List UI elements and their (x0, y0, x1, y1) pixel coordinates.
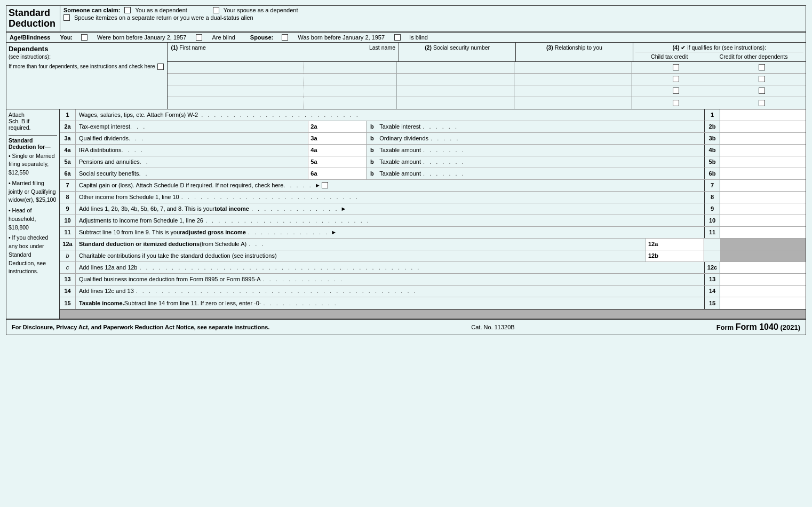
dep4-child-credit-checkbox[interactable] (673, 100, 679, 106)
line-7-num: 7 (60, 180, 76, 191)
dep3-lastname[interactable] (306, 86, 394, 93)
line-9-input[interactable] (720, 203, 806, 215)
line-6a-input[interactable]: 6a (308, 168, 367, 179)
dep1-other-credit-checkbox[interactable] (759, 64, 765, 70)
line-4a-input[interactable]: 4a (308, 145, 367, 156)
more-than-four-checkbox[interactable] (157, 64, 164, 70)
dep-col4-header: (4) ✔ if qualifies for (see instructions… (633, 43, 806, 61)
dep2-firstname[interactable] (169, 75, 302, 81)
spouse-as-dependent-label: Your spouse as a dependent (224, 7, 298, 13)
dep-row-2 (168, 74, 806, 85)
line-11-right-num: 11 (704, 227, 720, 238)
line-8-row: 8 Other income from Schedule 1, line 10 … (60, 192, 806, 203)
dep1-child-credit-checkbox[interactable] (673, 64, 679, 70)
line-5a-input[interactable]: 5a (308, 156, 367, 168)
dep4-lastname[interactable] (306, 98, 394, 105)
line-9-num: 9 (60, 203, 76, 215)
standard-deduction-options: Someone can claim: You as a dependent Yo… (60, 6, 806, 31)
line-3b-right-num: 3b (704, 133, 720, 144)
line-3a-desc: Qualified dividends . . . (76, 133, 308, 144)
dep4-relationship[interactable] (516, 98, 630, 105)
spouse-itemizes-checkbox[interactable] (63, 14, 70, 21)
born-before-1957-spouse-checkbox[interactable] (282, 34, 288, 41)
dep2-lastname[interactable] (306, 75, 394, 81)
born-before-1957-you-label: Were born before January 2, 1957 (97, 34, 186, 41)
are-blind-checkbox[interactable] (196, 34, 202, 41)
line-10-right-num: 10 (704, 215, 720, 226)
line-1-input[interactable] (720, 109, 806, 121)
dep2-ssn[interactable] (398, 75, 512, 81)
dep4-other-credit-checkbox[interactable] (759, 100, 765, 106)
is-blind-checkbox[interactable] (394, 34, 401, 41)
is-blind-label: Is blind (409, 34, 428, 41)
dep4-ssn[interactable] (398, 98, 512, 105)
dep1-relationship[interactable] (516, 63, 630, 69)
line-5a-desc: Pensions and annuities . . (76, 156, 308, 168)
line-4a-desc: IRA distributions . . . . (76, 145, 308, 156)
line-4b-label: b (367, 145, 377, 156)
dep1-lastname[interactable] (306, 63, 394, 69)
line-3a-input[interactable]: 3a (308, 133, 367, 144)
line-2b-right-num: 2b (704, 121, 720, 132)
line-9-desc: Add lines 1, 2b, 3b, 4b, 5b, 6b, 7, and … (76, 203, 704, 215)
dep2-child-credit-checkbox[interactable] (673, 76, 679, 82)
line-8-input[interactable] (720, 192, 806, 203)
born-before-1957-spouse-label: Was born before January 2, 1957 (298, 34, 385, 41)
footer-form-name: Form Form 1040 (2021) (717, 322, 800, 332)
line-2b-label: b (367, 121, 377, 132)
line-6b-input[interactable] (720, 168, 806, 179)
line-3b-label: b (367, 133, 377, 144)
dep2-other-credit-checkbox[interactable] (759, 76, 765, 82)
dep3-ssn[interactable] (398, 86, 512, 93)
line-12c-desc: Add lines 12a and 12b . . . . . . . . . … (76, 262, 704, 273)
dep3-other-credit-checkbox[interactable] (759, 88, 765, 94)
line-12b-right-num (704, 250, 720, 262)
dep1-firstname[interactable] (169, 63, 302, 69)
dep2-relationship[interactable] (516, 75, 630, 81)
line-10-input[interactable] (720, 215, 806, 226)
line-13-desc: Qualified business income deduction from… (76, 274, 704, 285)
line-12b-input[interactable]: 12b (646, 250, 704, 262)
line-1-desc: Wages, salaries, tips, etc. Attach Form(… (76, 109, 704, 121)
line-2-row: 2a Tax-exempt interest . . . 2a b Taxabl… (60, 121, 806, 133)
dep4-firstname[interactable] (169, 98, 302, 105)
line-7-input[interactable] (720, 180, 806, 191)
born-before-1957-you-checkbox[interactable] (81, 34, 87, 41)
line-12a-input[interactable]: 12a (646, 239, 704, 250)
line-12c-input[interactable] (720, 262, 806, 273)
line-6a-num: 6a (60, 168, 76, 179)
line-4b-input[interactable] (720, 145, 806, 156)
spouse-label: Spouse: (250, 34, 273, 41)
line-5b-input[interactable] (720, 156, 806, 168)
line-12a-row: 12a Standard deduction or itemized deduc… (60, 239, 806, 250)
line-12b-row: b Charitable contributions if you take t… (60, 250, 806, 262)
dep1-ssn[interactable] (398, 63, 512, 69)
dep3-firstname[interactable] (169, 86, 302, 93)
line-14-input[interactable] (720, 286, 806, 297)
line-2b-input[interactable] (720, 121, 806, 132)
line-10-num: 10 (60, 215, 76, 226)
line-13-right-num: 13 (704, 274, 720, 285)
line-3a-num: 3a (60, 133, 76, 144)
line-3b-input[interactable] (720, 133, 806, 144)
footer-cat-no: Cat. No. 11320B (471, 324, 514, 330)
line-15-input[interactable] (720, 297, 806, 309)
line-11-input[interactable] (720, 227, 806, 238)
you-as-dependent-checkbox[interactable] (124, 7, 131, 13)
line-13-input[interactable] (720, 274, 806, 285)
spouse-itemizes-label: Spouse itemizes on a separate return or … (74, 14, 253, 21)
footer-notice: For Disclosure, Privacy Act, and Paperwo… (12, 324, 269, 330)
line-15-num: 15 (60, 297, 76, 309)
spouse-as-dependent-checkbox[interactable] (213, 7, 219, 13)
line-1-row: 1 Wages, salaries, tips, etc. Attach For… (60, 109, 806, 121)
line-3b-desc: Ordinary dividends . . . . . (377, 133, 704, 144)
line-6b-desc: Taxable amount . . . . . . . (377, 168, 704, 179)
line-7-checkbox[interactable] (322, 182, 328, 188)
line-6-row: 6a Social security benefits . . 6a b Tax… (60, 168, 806, 180)
dep3-child-credit-checkbox[interactable] (673, 88, 679, 94)
someone-can-claim-label: Someone can claim: (63, 7, 120, 13)
age-blindness-row: Age/Blindness You: Were born before Janu… (6, 32, 806, 43)
dep3-relationship[interactable] (516, 86, 630, 93)
line-3-row: 3a Qualified dividends . . . 3a b Ordina… (60, 133, 806, 145)
line-2a-input[interactable]: 2a (308, 121, 367, 132)
